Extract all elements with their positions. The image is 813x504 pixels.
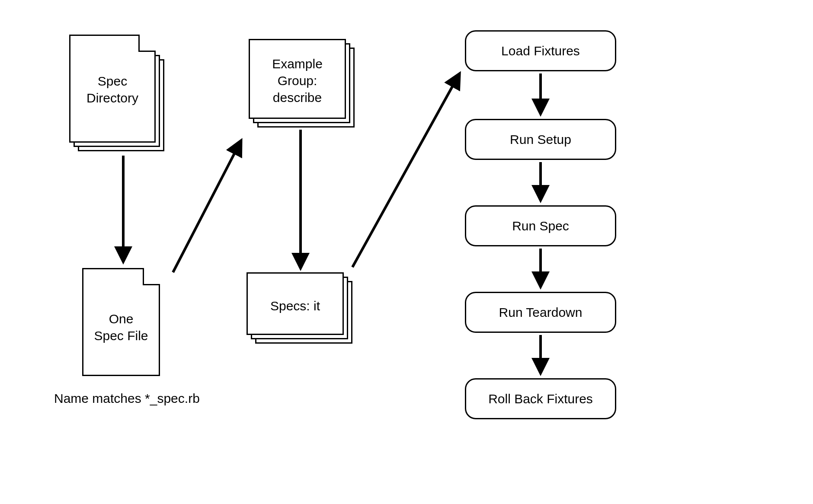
svg-line-2 bbox=[173, 143, 240, 272]
arrows bbox=[0, 0, 813, 504]
svg-line-4 bbox=[352, 76, 458, 267]
rspec-flow-diagram: Spec Directory One Spec File Name matche… bbox=[0, 0, 813, 504]
